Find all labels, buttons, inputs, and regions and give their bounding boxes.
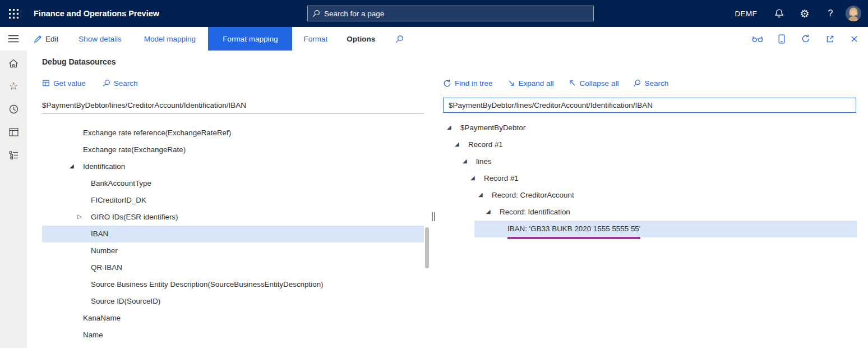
tree-item-number[interactable]: Number: [42, 242, 424, 259]
topbar-right-cluster: DEMF ⚙ ?: [735, 0, 868, 27]
expand-node-icon[interactable]: ▷: [77, 208, 91, 225]
favorites-button[interactable]: ☆: [0, 75, 27, 98]
tree-item-ficreditorid-dk[interactable]: FICreditorID_DK: [42, 192, 424, 209]
gear-icon: ⚙: [800, 8, 809, 19]
clock-icon: [9, 104, 19, 114]
debug-datasources-pane: Debug Datasources Get value: [27, 51, 868, 348]
tree-item-label: Name: [83, 331, 103, 339]
format-label: Format: [303, 35, 327, 43]
notifications-button[interactable]: [766, 0, 792, 27]
modules-button[interactable]: [0, 144, 27, 167]
tree-item-label: Source ID(SourceID): [91, 297, 160, 305]
collapse-all-button[interactable]: Collapse all: [569, 79, 619, 88]
search-icon: [103, 79, 110, 87]
tree-item-kananame[interactable]: KanaName: [42, 310, 424, 327]
tree-item-label: IBAN: 'GB33 BUKB 2020 1555 5555 55': [507, 225, 640, 233]
expand-all-button[interactable]: Expand all: [507, 79, 554, 88]
tree-item-bankaccounttype[interactable]: BankAccountType: [42, 175, 424, 192]
collapse-node-icon[interactable]: ◢: [486, 203, 500, 220]
refresh-button[interactable]: [800, 33, 812, 45]
tree-item-label: $PaymentByDebtor: [460, 123, 525, 132]
show-details-label: Show details: [79, 35, 122, 43]
popout-icon: [826, 35, 834, 43]
tree-item-record-creditoraccount[interactable]: ◢Record: CreditorAccount: [443, 187, 857, 204]
app-window: Finance and Operations Preview DEMF ⚙ ?: [0, 0, 868, 348]
actionbar-search-button[interactable]: [395, 35, 404, 43]
open-in-new-window-button[interactable]: [824, 33, 836, 45]
collapse-node-icon[interactable]: ◢: [447, 119, 460, 136]
tree-search-button[interactable]: Search: [633, 79, 668, 88]
close-button[interactable]: [848, 33, 860, 45]
nav-menu-button[interactable]: [0, 27, 27, 51]
recent-button[interactable]: [0, 98, 27, 121]
options-label: Options: [347, 35, 375, 43]
format-mapping-label: Format mapping: [223, 35, 278, 43]
tree-item-label: FICreditorID_DK: [91, 196, 146, 204]
tree-item-name[interactable]: Name: [42, 327, 424, 344]
tree-item-exchange-rate-exchangerate[interactable]: Exchange rate(ExchangeRate): [42, 141, 424, 158]
get-value-button[interactable]: Get value: [42, 79, 86, 88]
tree-item-record-1[interactable]: ◢Record #1: [443, 170, 857, 187]
tree-item-record-identification[interactable]: ◢Record: Identification: [443, 204, 857, 221]
settings-button[interactable]: ⚙: [792, 0, 818, 27]
tree-item-source-id-sourceid[interactable]: Source ID(SourceID): [42, 293, 424, 310]
datasource-search-button[interactable]: Search: [103, 79, 138, 88]
app-title: Finance and Operations Preview: [34, 9, 159, 18]
tree-item-qr-iban[interactable]: QR-IBAN: [42, 259, 424, 276]
format-button[interactable]: Format: [303, 35, 327, 43]
panel-splitter-handle[interactable]: [432, 212, 437, 221]
tree-item-source-business-entity-description-sourc[interactable]: Source Business Entity Description(Sourc…: [42, 276, 424, 293]
vertical-scrollbar-thumb[interactable]: [425, 227, 429, 268]
collapse-node-icon[interactable]: ◢: [455, 136, 468, 153]
form-icon: [9, 128, 19, 136]
tree-item-exchange-rate-reference-exchangerateref[interactable]: Exchange rate reference(ExchangeRateRef): [42, 125, 424, 141]
glasses-icon: [752, 35, 763, 43]
refresh-icon: [801, 34, 810, 43]
find-in-tree-icon: [443, 79, 451, 88]
expand-all-icon: [507, 79, 515, 87]
view-glasses-button[interactable]: [751, 33, 764, 45]
account-menu-button[interactable]: [844, 0, 862, 27]
data-values-tree: ◢$PaymentByDebtor◢Record #1◢lines◢Record…: [443, 120, 857, 237]
company-badge[interactable]: DEMF: [735, 10, 757, 18]
home-icon: [8, 59, 19, 68]
tree-item-lines[interactable]: ◢lines: [443, 153, 857, 170]
tree-item-giro-ids-esr-identifiers[interactable]: ▷GIRO IDs(ESR identifiers): [42, 209, 424, 226]
tree-item-iban[interactable]: IBAN: [42, 226, 424, 242]
tree-item-paymentbydebtor[interactable]: ◢$PaymentByDebtor: [443, 120, 857, 136]
selected-path-field[interactable]: $PaymentByDebtor/lines/CreditorAccount/I…: [42, 98, 424, 114]
model-mapping-button[interactable]: Model mapping: [144, 35, 196, 43]
show-details-button[interactable]: Show details: [79, 35, 122, 43]
home-button[interactable]: [0, 52, 27, 75]
data-tree-panel: Find in tree Expand all Collapse all: [443, 76, 857, 348]
tree-item-label: Exchange rate reference(ExchangeRateRef): [83, 129, 231, 137]
tree-item-identification[interactable]: ◢Identification: [42, 158, 424, 175]
page-search-input[interactable]: [324, 10, 589, 18]
waffle-icon: [9, 9, 19, 19]
collapse-node-icon[interactable]: ◢: [470, 170, 484, 186]
model-mapping-label: Model mapping: [144, 35, 196, 43]
tree-item-label: Number: [91, 246, 118, 255]
forms-button[interactable]: [0, 121, 27, 144]
help-button[interactable]: ?: [818, 0, 843, 27]
hierarchy-list-icon: [9, 151, 19, 159]
collapse-node-icon[interactable]: ◢: [463, 153, 476, 170]
tree-item-label: IBAN: [91, 230, 108, 238]
get-value-icon: [42, 79, 50, 87]
tree-item-iban-gb33-bukb-2020-1555-5555-55[interactable]: IBAN: 'GB33 BUKB 2020 1555 5555 55': [443, 221, 857, 237]
edit-button[interactable]: Edit: [34, 35, 58, 43]
tab-format-mapping[interactable]: Format mapping: [208, 27, 292, 51]
app-launcher-button[interactable]: [0, 0, 27, 27]
actionbar-right-cluster: [751, 33, 868, 45]
collapse-node-icon[interactable]: ◢: [478, 186, 492, 203]
device-preview-button[interactable]: [775, 33, 788, 45]
tree-item-record-1[interactable]: ◢Record #1: [443, 136, 857, 153]
search-icon: [633, 79, 641, 87]
page-search-box[interactable]: [307, 6, 594, 21]
options-button[interactable]: Options: [347, 35, 375, 43]
tree-path-input[interactable]: [443, 98, 856, 113]
search-icon: [312, 10, 320, 17]
datasource-tree: Exchange rate reference(ExchangeRateRef)…: [42, 125, 424, 344]
collapse-node-icon[interactable]: ◢: [70, 158, 83, 175]
find-in-tree-button[interactable]: Find in tree: [443, 79, 493, 88]
